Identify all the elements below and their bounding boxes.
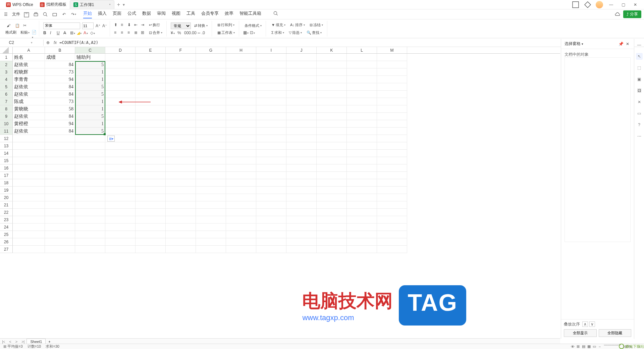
convert-button[interactable]: ⇄转换 xyxy=(193,22,209,29)
comma-icon[interactable]: 000 xyxy=(184,31,189,35)
preview-icon[interactable] xyxy=(42,11,48,17)
expand-icon[interactable]: ⊕ xyxy=(46,40,51,45)
name-box[interactable]: C2 ▾ xyxy=(0,40,44,46)
print-direct-icon[interactable] xyxy=(52,11,58,17)
number-format-select[interactable]: 常规 xyxy=(171,22,191,29)
sort-button[interactable]: A↓排序 xyxy=(289,22,306,28)
collapse-strip-icon[interactable]: — xyxy=(636,42,643,47)
file-menu[interactable]: 文件 xyxy=(12,11,20,17)
selection-pane: 选择窗格 ▾ 📌 ✕ 文档中的对象 叠放次序 ∧ ∨ 全部显示 全部隐藏 xyxy=(561,39,634,47)
menu-item-efficiency[interactable]: 效率 xyxy=(225,10,233,18)
app-icon-2[interactable] xyxy=(582,1,594,9)
print-icon[interactable] xyxy=(33,11,39,17)
copy-icon[interactable]: 📄 xyxy=(32,30,36,35)
indent-left-icon[interactable]: ⇤ xyxy=(134,22,139,27)
redo-icon[interactable]: ↷ xyxy=(70,11,76,17)
justify-icon[interactable]: ≣ xyxy=(134,30,139,35)
doc-tab-active[interactable]: S 工作簿1 • xyxy=(70,0,114,9)
filter-icon: ▽ xyxy=(289,31,291,35)
increase-font-icon[interactable]: A⁺ xyxy=(96,23,100,28)
menu-item-view[interactable]: 视图 xyxy=(172,10,180,18)
fill-button[interactable]: ▼填充 xyxy=(270,22,287,28)
bold-icon[interactable]: B xyxy=(43,31,48,35)
align-center-icon[interactable]: ≡ xyxy=(121,30,125,35)
clear-format-icon[interactable]: ◇ xyxy=(90,31,95,35)
menu-item-review[interactable]: 审阅 xyxy=(157,10,166,18)
cell-style-icon[interactable]: ⊡ xyxy=(250,30,255,35)
font-size-select[interactable] xyxy=(82,22,94,29)
underline-icon[interactable]: U xyxy=(57,31,61,35)
font-name-select[interactable] xyxy=(43,22,80,29)
border-icon[interactable]: ⊞ xyxy=(70,31,75,35)
sum-button[interactable]: Σ求和 xyxy=(270,30,285,36)
svg-rect-7 xyxy=(53,13,56,16)
menu-item-data[interactable]: 数据 xyxy=(142,10,151,18)
sort-icon: A↓ xyxy=(290,23,294,27)
merge-button[interactable]: ⊡合并 xyxy=(148,30,164,36)
rowcol-button[interactable]: ⊞行和列 xyxy=(216,22,236,28)
share-label: 分享 xyxy=(630,11,638,17)
menu-tabs: 开始 插入 页面 公式 数据 审阅 视图 工具 会员专享 效率 智能工具箱 xyxy=(83,10,279,18)
freeze-button[interactable]: ⊟冻结 xyxy=(308,22,324,28)
worksheet-button[interactable]: ▦工作表 xyxy=(216,30,236,36)
align-middle-icon[interactable]: ≡ xyxy=(121,22,125,27)
chevron-down-icon[interactable]: ▾ xyxy=(582,42,583,46)
search-icon[interactable] xyxy=(273,10,279,16)
paste-button[interactable]: 📋 xyxy=(14,23,21,29)
new-tab-button[interactable]: + xyxy=(117,2,120,8)
menu-item-smart[interactable]: 智能工具箱 xyxy=(239,10,261,18)
svg-rect-2 xyxy=(25,12,28,14)
fill-color-icon[interactable]: ◢ xyxy=(77,31,82,35)
filter-button[interactable]: ▽筛选 xyxy=(287,30,303,36)
align-top-icon[interactable]: ⬆ xyxy=(114,22,119,27)
fx-icon[interactable]: fx xyxy=(54,40,57,45)
table-style-icon[interactable]: ▦ xyxy=(243,30,248,35)
align-right-icon[interactable]: ≡ xyxy=(127,30,132,35)
cut-icon[interactable]: ✂ xyxy=(23,23,28,28)
close-button[interactable]: ✕ xyxy=(629,1,641,9)
paste-label[interactable]: 粘贴 xyxy=(20,30,30,35)
decrease-decimal-icon[interactable]: ←.0 xyxy=(198,31,202,35)
decrease-font-icon[interactable]: A⁻ xyxy=(102,23,107,28)
percent-icon[interactable]: % xyxy=(177,31,182,35)
minimize-button[interactable]: — xyxy=(605,1,617,9)
convert-icon: ⇄ xyxy=(194,23,197,28)
menu-hamburger-icon[interactable]: ☰ xyxy=(3,11,9,17)
currency-icon[interactable]: ¥ xyxy=(171,31,175,35)
strike-icon[interactable]: A̶ xyxy=(63,31,68,35)
pin-icon[interactable]: 📌 xyxy=(619,42,623,46)
menu-item-insert[interactable]: 插入 xyxy=(98,10,107,18)
menu-item-formula[interactable]: 公式 xyxy=(127,10,136,18)
menu-item-page[interactable]: 页面 xyxy=(113,10,121,18)
maximize-button[interactable]: ▢ xyxy=(617,1,629,9)
menu-item-start[interactable]: 开始 xyxy=(83,10,92,18)
app-tab-template[interactable]: ◎ 找稻壳模板 xyxy=(37,0,70,9)
cond-format-button[interactable]: 条件格式 xyxy=(243,22,263,29)
find-button[interactable]: 🔍查找 xyxy=(305,30,323,36)
menu-item-tools[interactable]: 工具 xyxy=(186,10,195,18)
app-tab-wps[interactable]: W WPS Office xyxy=(3,1,37,8)
distribute-icon[interactable]: ⊞ xyxy=(141,30,146,35)
indent-right-icon[interactable]: ⇥ xyxy=(141,22,146,27)
font-color-icon[interactable]: A xyxy=(84,31,88,35)
wrap-button[interactable]: ↩换行 xyxy=(148,22,161,28)
menu-item-member[interactable]: 会员专享 xyxy=(201,10,219,18)
italic-icon[interactable]: I xyxy=(50,31,55,35)
find-icon: 🔍 xyxy=(307,31,311,35)
cloud-icon[interactable] xyxy=(614,11,621,17)
formula-input[interactable]: =COUNTIF(A:A,A2) xyxy=(59,40,98,45)
format-painter-label: 格式刷 xyxy=(5,30,16,35)
close-pane-icon[interactable]: ✕ xyxy=(626,42,631,46)
tab-overflow-button[interactable]: ▾ xyxy=(123,2,125,7)
app-icon-1[interactable] xyxy=(570,1,582,9)
undo-icon[interactable]: ↶ xyxy=(61,11,67,17)
align-bottom-icon[interactable]: ⬇ xyxy=(127,22,132,27)
share-button[interactable]: ⤴ 分享 xyxy=(623,10,641,18)
format-painter-button[interactable]: 🖌 xyxy=(5,23,12,28)
increase-decimal-icon[interactable]: .00→ xyxy=(191,31,196,35)
save-icon[interactable] xyxy=(23,11,30,17)
user-avatar[interactable] xyxy=(596,1,603,8)
svg-line-6 xyxy=(46,15,47,16)
side-toolbar: — ↖ ⬚ ▣ 🖼 ✕ ▭ ? ⋯ xyxy=(634,39,644,47)
align-left-icon[interactable]: ≡ xyxy=(114,30,119,35)
